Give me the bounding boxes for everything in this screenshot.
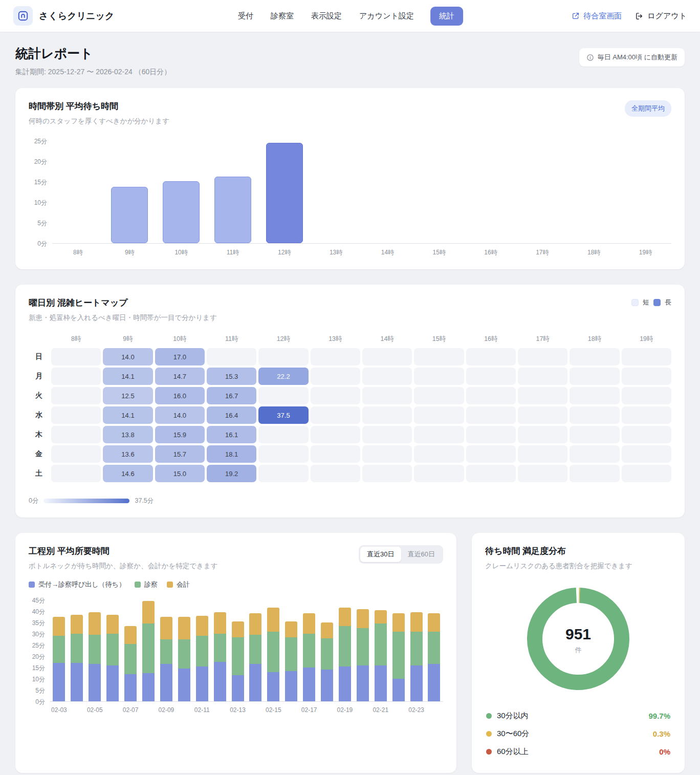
heatmap-row-label: 金 [29, 449, 49, 459]
legend-swatch [29, 582, 35, 588]
bar-segment [196, 616, 208, 636]
legend-label: 受付→診察呼び出し（待ち） [38, 580, 125, 589]
main-content: 統計レポート 集計期間: 2025-12-27 〜 2026-02-24 （60… [0, 32, 700, 773]
wait-time-bar [214, 177, 251, 243]
y-tick-label: 10分 [34, 199, 47, 207]
waiting-room-link[interactable]: 待合室画面 [572, 11, 622, 21]
bar-segment [249, 664, 261, 701]
heatmap-cell: 16.7 [207, 387, 256, 404]
toggle-last-60-days[interactable]: 直近60日 [401, 547, 442, 562]
stacked-bar [89, 612, 101, 701]
bar-segment [357, 628, 369, 665]
heatmap-cell [466, 348, 516, 365]
heatmap-cell: 14.7 [155, 368, 205, 385]
y-tick-label: 25分 [34, 137, 47, 146]
process-time-title: 工程別 平均所要時間 [29, 545, 218, 557]
total-count: 951 [565, 626, 591, 643]
heatmap-cell: 15.7 [155, 445, 205, 463]
x-tick-label [318, 706, 336, 714]
satisfaction-title: 待ち時間 満足度分布 [485, 545, 671, 557]
external-link-icon [572, 12, 580, 20]
stacked-bar [106, 615, 119, 701]
bar-segment [53, 663, 65, 701]
toggle-last-30-days[interactable]: 直近30日 [360, 547, 401, 562]
heatmap-cell [466, 387, 516, 404]
bar-segment [428, 632, 440, 664]
info-icon [586, 54, 594, 61]
scale-min-label: 0分 [29, 497, 38, 505]
heatmap-col-label: 18時 [570, 335, 619, 346]
y-tick-label: 15分 [32, 664, 45, 673]
nav-item-reception[interactable]: 受付 [237, 7, 254, 25]
bar-segment [71, 615, 83, 634]
satisfaction-legend: 30分以内99.7%30〜60分0.3%60分以上0% [485, 707, 671, 761]
long-wait-label: 長 [665, 298, 671, 307]
stacked-bar [160, 617, 172, 701]
legend-dot [486, 731, 492, 737]
nav-item-stats[interactable]: 統計 [430, 7, 463, 26]
heatmap-cell: 17.0 [155, 348, 205, 365]
x-tick-label: 02-21 [371, 706, 389, 714]
stacked-bar-column [425, 600, 443, 701]
legend-item: 会計 [167, 580, 190, 589]
heatmap-cell [311, 387, 360, 404]
x-tick-label [354, 706, 371, 714]
heatmap-cell [311, 445, 360, 463]
satisfaction-legend-row: 30〜60分0.3% [485, 725, 671, 743]
legend-item: 受付→診察呼び出し（待ち） [29, 580, 125, 589]
heatmap-cell [414, 348, 464, 365]
bar-segment [196, 666, 208, 701]
bar-column [465, 141, 517, 243]
bar-segment [232, 637, 244, 676]
stacked-bar [178, 617, 190, 701]
bar-segment [232, 675, 244, 701]
bar-segment [428, 664, 440, 701]
top-bar: さくらクリニック 受付診察室表示設定アカウント設定統計 待合室画面 ログアウト [0, 0, 700, 32]
heatmap-cell [622, 426, 671, 443]
x-tick-label [140, 706, 158, 714]
heatmap-cell: 13.8 [103, 426, 152, 443]
legend-label: 60分以上 [497, 747, 529, 757]
wait-time-bar [111, 187, 148, 243]
heatmap-col-label: 8時 [51, 335, 101, 346]
y-tick-label: 45分 [32, 596, 45, 605]
bar-segment [285, 671, 297, 701]
stacked-bar [303, 613, 315, 701]
heatmap-col-label: 11時 [207, 335, 256, 346]
x-tick-label: 02-17 [300, 706, 318, 714]
heatmap-cell: 16.4 [207, 406, 256, 424]
waiting-room-link-label: 待合室画面 [583, 11, 622, 21]
heatmap-cell [466, 368, 516, 385]
long-wait-swatch [653, 299, 661, 306]
bar-segment [160, 617, 172, 639]
process-time-card: 工程別 平均所要時間 ボトルネックが待ち時間か、診察か、会計かを特定できます 直… [15, 533, 456, 773]
nav-item-exam-room[interactable]: 診察室 [270, 7, 295, 25]
y-tick-label: 20分 [32, 653, 45, 661]
x-tick-label: 02-05 [86, 706, 104, 714]
process-time-subtitle: ボトルネックが待ち時間か、診察か、会計かを特定できます [29, 562, 218, 571]
heatmap-cell [258, 465, 308, 482]
stacked-bar [375, 610, 387, 701]
heatmap-cell [622, 445, 671, 463]
legend-value: 0.3% [653, 729, 670, 738]
process-plot [50, 600, 443, 702]
x-tick-label [104, 706, 122, 714]
y-tick-label: 15分 [34, 178, 47, 187]
nav-item-account-settings[interactable]: アカウント設定 [358, 7, 415, 25]
heatmap-cell [570, 368, 619, 385]
heatmap-cell [570, 387, 619, 404]
bar-column [362, 141, 413, 243]
stacked-bar-column [140, 600, 158, 701]
stacked-bar-column [157, 600, 175, 701]
nav-item-display-settings[interactable]: 表示設定 [310, 7, 343, 25]
satisfaction-legend-row: 30分以内99.7% [485, 707, 671, 725]
hourly-yaxis: 0分5分10分15分20分25分 [29, 141, 52, 244]
donut-center: 951 件 [519, 580, 637, 700]
heatmap-cell: 14.0 [103, 348, 152, 365]
satisfaction-legend-row: 60分以上0% [485, 743, 671, 761]
logout-button[interactable]: ログアウト [635, 11, 687, 21]
page-header: 統計レポート 集計期間: 2025-12-27 〜 2026-02-24 （60… [0, 32, 700, 88]
period-average-badge: 全期間平均 [625, 100, 671, 117]
bar-segment [285, 637, 297, 671]
bar-segment [160, 639, 172, 664]
